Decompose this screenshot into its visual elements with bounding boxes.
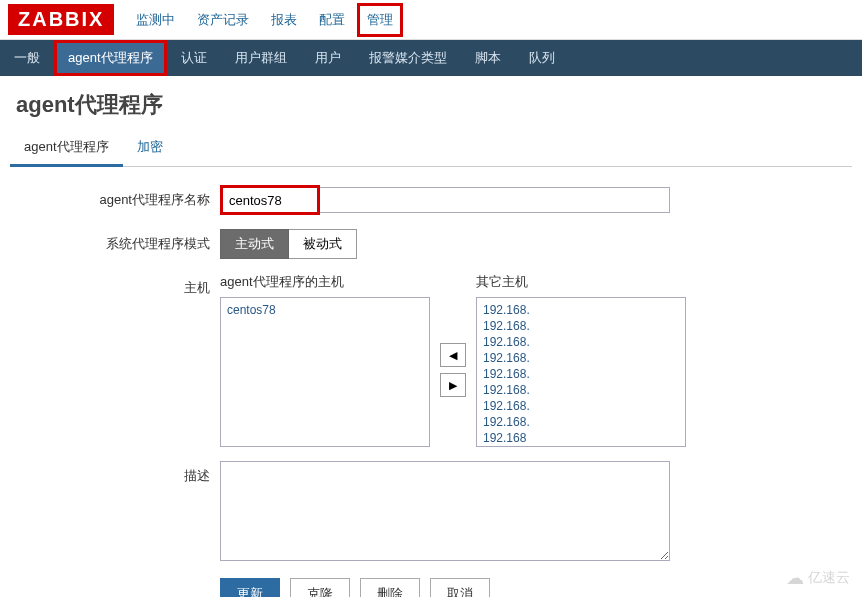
list-item[interactable]: 192.168. [481, 366, 681, 382]
list-item[interactable]: 192.168. [481, 382, 681, 398]
triangle-right-icon: ▶ [449, 379, 457, 392]
logo: ZABBIX [8, 4, 114, 35]
move-right-button[interactable]: ▶ [440, 373, 466, 397]
topnav-monitoring[interactable]: 监测中 [126, 3, 185, 37]
triangle-left-icon: ◀ [449, 349, 457, 362]
other-hosts-col: 其它主机 192.168. 192.168. 192.168. 192.168.… [476, 273, 686, 447]
subnav-queue[interactable]: 队列 [515, 40, 569, 76]
name-input-rest[interactable] [320, 187, 670, 213]
subnav-mediatypes[interactable]: 报警媒介类型 [355, 40, 461, 76]
list-item[interactable]: 192.168 [481, 430, 681, 446]
mode-label: 系统代理程序模式 [10, 229, 220, 253]
list-item[interactable]: 192.168. [481, 302, 681, 318]
topnav-admin[interactable]: 管理 [357, 3, 403, 37]
list-item[interactable]: 192.168. [481, 350, 681, 366]
mode-passive-button[interactable]: 被动式 [289, 229, 357, 259]
row-desc: 描述 [10, 461, 852, 564]
row-mode: 系统代理程序模式 主动式 被动式 [10, 229, 852, 259]
subnav-proxy[interactable]: agent代理程序 [54, 40, 167, 76]
topnav-config[interactable]: 配置 [309, 3, 355, 37]
update-button[interactable]: 更新 [220, 578, 280, 597]
row-actions: 更新 克隆 删除 取消 [10, 578, 852, 597]
topnav-inventory[interactable]: 资产记录 [187, 3, 259, 37]
cloud-icon: ☁ [786, 567, 804, 589]
tab-proxy[interactable]: agent代理程序 [10, 130, 123, 167]
move-left-button[interactable]: ◀ [440, 343, 466, 367]
tabs: agent代理程序 加密 [10, 130, 852, 167]
subnav-general[interactable]: 一般 [0, 40, 54, 76]
mode-group: 主动式 被动式 [220, 229, 852, 259]
subnav-users[interactable]: 用户 [301, 40, 355, 76]
list-item[interactable]: 192.168. [481, 334, 681, 350]
sub-nav: 一般 agent代理程序 认证 用户群组 用户 报警媒介类型 脚本 队列 [0, 40, 862, 76]
list-item[interactable]: 192.168. [481, 414, 681, 430]
subnav-auth[interactable]: 认证 [167, 40, 221, 76]
topnav-reports[interactable]: 报表 [261, 3, 307, 37]
hosts-label: 主机 [10, 273, 220, 297]
agent-hosts-col: agent代理程序的主机 centos78 [220, 273, 430, 447]
top-nav: ZABBIX 监测中 资产记录 报表 配置 管理 [0, 0, 862, 40]
top-nav-items: 监测中 资产记录 报表 配置 管理 [126, 3, 403, 37]
other-hosts-box[interactable]: 192.168. 192.168. 192.168. 192.168. 192.… [476, 297, 686, 447]
agent-hosts-box[interactable]: centos78 [220, 297, 430, 447]
row-hosts: 主机 agent代理程序的主机 centos78 ◀ ▶ 其它主机 192.16… [10, 273, 852, 447]
subnav-scripts[interactable]: 脚本 [461, 40, 515, 76]
agent-hosts-label: agent代理程序的主机 [220, 273, 430, 291]
form: agent代理程序名称 系统代理程序模式 主动式 被动式 主机 agent代理程… [0, 167, 862, 597]
delete-button[interactable]: 删除 [360, 578, 420, 597]
list-item[interactable]: 192.168. [481, 398, 681, 414]
name-label: agent代理程序名称 [10, 185, 220, 209]
tab-encryption[interactable]: 加密 [123, 130, 177, 166]
mode-active-button[interactable]: 主动式 [220, 229, 289, 259]
watermark-text: 亿速云 [808, 569, 850, 587]
cancel-button[interactable]: 取消 [430, 578, 490, 597]
row-name: agent代理程序名称 [10, 185, 852, 215]
list-item[interactable]: 192.168. [481, 318, 681, 334]
list-item[interactable]: centos78 [225, 302, 425, 318]
clone-button[interactable]: 克隆 [290, 578, 350, 597]
name-input[interactable] [220, 185, 320, 215]
page-title: agent代理程序 [0, 76, 862, 130]
arrow-col: ◀ ▶ [440, 343, 466, 397]
desc-textarea[interactable] [220, 461, 670, 561]
other-hosts-label: 其它主机 [476, 273, 686, 291]
subnav-usergroups[interactable]: 用户群组 [221, 40, 301, 76]
desc-label: 描述 [10, 461, 220, 485]
watermark: ☁ 亿速云 [786, 567, 850, 589]
